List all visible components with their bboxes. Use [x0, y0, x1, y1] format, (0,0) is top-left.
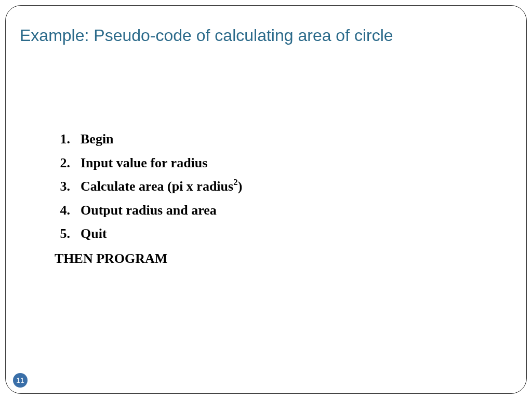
step-5: 5. Quit — [55, 222, 242, 246]
step-text: Quit — [81, 222, 242, 246]
step-number: 1. — [55, 127, 81, 151]
page-number-badge: 11 — [13, 373, 28, 388]
step-text: Input value for radius — [81, 151, 242, 175]
slide-content: 1. Begin 2. Input value for radius 3. Ca… — [55, 127, 242, 270]
step-3: 3. Calculate area (pi x radius2) — [55, 175, 242, 198]
step-text: Calculate area (pi x radius2) — [81, 175, 242, 198]
step-number: 2. — [55, 151, 81, 175]
step-2: 2. Input value for radius — [55, 151, 242, 175]
step-number: 4. — [55, 198, 81, 222]
slide-title: Example: Pseudo-code of calculating area… — [20, 26, 393, 45]
footer-text: THEN PROGRAM — [55, 247, 242, 271]
step-suffix: ) — [238, 179, 243, 194]
step-4: 4. Output radius and area — [55, 198, 242, 222]
superscript: 2 — [233, 177, 237, 187]
step-1: 1. Begin — [55, 127, 242, 151]
step-prefix: Calculate area (pi x radius — [81, 179, 233, 194]
step-number: 3. — [55, 175, 81, 198]
step-number: 5. — [55, 222, 81, 246]
step-text: Begin — [81, 127, 242, 151]
step-text: Output radius and area — [81, 198, 242, 222]
